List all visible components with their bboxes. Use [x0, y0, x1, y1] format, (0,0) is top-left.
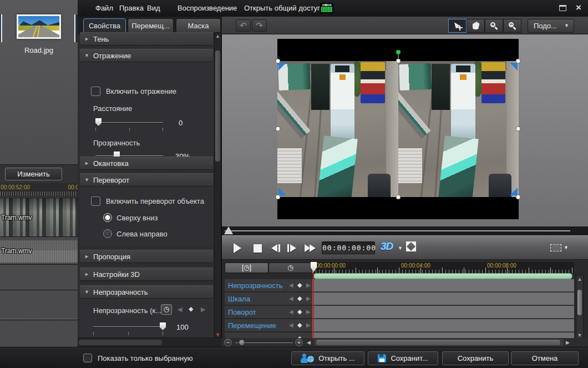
3d-mode-button[interactable]: 3D	[381, 240, 393, 253]
prev-keyframe-icon[interactable]: ◀	[289, 282, 293, 288]
flip-topdown-radio[interactable]	[103, 213, 112, 222]
play-button[interactable]	[230, 240, 245, 256]
hand-tool-button[interactable]	[467, 19, 485, 33]
enable-flip-checkbox[interactable]	[91, 196, 100, 206]
edit-button[interactable]: Изменить	[5, 168, 62, 180]
select-move-tool-button[interactable]	[448, 19, 467, 33]
rotation-handle[interactable]	[396, 50, 401, 55]
prev-keyframe-icon[interactable]: ◀	[178, 306, 182, 313]
add-keyframe-icon[interactable]: ◆	[297, 308, 302, 315]
previous-frame-button[interactable]	[268, 240, 283, 256]
distance-slider-thumb[interactable]	[95, 118, 102, 126]
resize-handle-mid-left[interactable]	[276, 127, 281, 132]
scroll-down-icon[interactable]: ▼	[215, 332, 221, 337]
scroll-down-icon[interactable]: ▼	[576, 332, 583, 338]
timeline-hscrollbar-thumb[interactable]	[316, 340, 560, 345]
timeline-zoom-thumb[interactable]	[239, 339, 245, 346]
keyframe-all-clips-button[interactable]: [◷]	[225, 263, 268, 273]
keyframe-lane[interactable]	[312, 319, 574, 332]
add-keyframe-icon[interactable]: ◆	[297, 281, 302, 289]
keyframe-ruler[interactable]: 00:00:00:00 00:00:04:00 00:00:08:00	[312, 262, 574, 273]
media-thumbnail-road[interactable]	[17, 14, 61, 39]
fullscreen-button[interactable]	[406, 241, 416, 251]
track-label-cell[interactable]: Поворот ◀ ◆ ▶	[225, 306, 312, 319]
seek-track[interactable]	[225, 230, 570, 231]
section-proportion[interactable]: ► Пропорция	[80, 250, 213, 263]
properties-scrollbar[interactable]: ▲ ▼	[214, 32, 221, 339]
next-keyframe-icon[interactable]: ▶	[306, 295, 311, 301]
distort-mark-bottom-right[interactable]	[510, 188, 518, 195]
menu-file[interactable]: Файл	[95, 4, 113, 12]
zoom-in-tool-button[interactable]: +	[503, 19, 521, 33]
empty-track-1[interactable]	[0, 264, 78, 290]
resize-handle-top-right[interactable]	[516, 59, 521, 64]
tab-motion[interactable]: Перемещ...	[128, 18, 174, 33]
flip-leftright-radio[interactable]	[103, 229, 112, 238]
media-thumbnail-partial-left[interactable]	[0, 14, 2, 42]
timeline-zoom-in-button[interactable]: +	[295, 339, 303, 346]
stop-button[interactable]	[250, 240, 265, 256]
audio-track-clip[interactable]: Tram.wmv	[0, 236, 78, 264]
tab-properties[interactable]: Свойства	[83, 18, 126, 33]
keyframe-lane[interactable]	[312, 306, 574, 319]
window-restore-button[interactable]	[559, 5, 566, 11]
next-keyframe-icon[interactable]: ▶	[306, 322, 311, 328]
add-keyframe-icon[interactable]: ◆	[297, 321, 302, 329]
track-label-cell[interactable]: Перемещение ◀ ◆ ▶	[225, 319, 312, 332]
keyframe-clock-button[interactable]: ◷	[161, 304, 172, 315]
show-only-selected-checkbox[interactable]	[83, 354, 92, 362]
cancel-button[interactable]: Отмена	[511, 351, 579, 365]
keyframe-lane[interactable]	[312, 332, 574, 338]
preview-quality-dropdown[interactable]: ▼	[550, 242, 569, 253]
redo-button[interactable]: ↷	[252, 19, 267, 32]
library-timeline-ruler[interactable]: 00:00:52:00 00:0	[0, 183, 78, 197]
enable-reflection-checkbox[interactable]	[91, 87, 100, 96]
menu-view[interactable]: Вид	[147, 4, 160, 12]
scroll-left-icon[interactable]: ◀	[307, 340, 311, 345]
prev-keyframe-icon[interactable]: ◀	[289, 309, 293, 315]
opacity-key-slider-thumb[interactable]	[160, 322, 166, 330]
timeline-hscrollbar[interactable]	[314, 339, 564, 346]
distance-slider[interactable]	[95, 118, 163, 127]
resize-handle-bottom-center[interactable]	[396, 195, 401, 200]
opacity-key-slider[interactable]	[93, 322, 163, 331]
add-keyframe-icon[interactable]: ◆	[297, 295, 302, 302]
distort-mark-bottom-left[interactable]	[278, 188, 286, 195]
scroll-up-icon[interactable]: ▲	[215, 33, 221, 39]
section-border[interactable]: ► Окантовка	[80, 157, 213, 170]
playhead-line[interactable]	[313, 271, 314, 339]
save-button[interactable]: Сохранить	[442, 351, 509, 365]
empty-track-3[interactable]	[0, 320, 78, 347]
keyframe-scrollbar-thumb[interactable]	[577, 290, 582, 315]
keyframe-lane[interactable]	[312, 279, 574, 292]
section-flip[interactable]: ▼ Переворот	[80, 173, 213, 186]
tab-mask[interactable]: Маска	[176, 18, 221, 33]
section-shadow[interactable]: ► Тень	[80, 32, 213, 46]
timeline-zoom-out-button[interactable]: −	[224, 339, 232, 346]
resize-handle-bottom-left[interactable]	[276, 195, 281, 200]
seek-thumb[interactable]	[224, 226, 233, 234]
fit-zoom-dropdown[interactable]: Подо... ▼	[528, 19, 574, 33]
track-label-cell[interactable]: Шкала ◀ ◆ ▶	[225, 293, 312, 305]
next-frame-button[interactable]	[285, 240, 299, 256]
undo-button[interactable]: ↶	[236, 19, 251, 32]
zoom-out-tool-button[interactable]: −	[485, 19, 503, 33]
add-keyframe-icon[interactable]: ◆	[189, 305, 193, 312]
track-label-cell[interactable]: ◆	[225, 332, 312, 338]
resize-handle-top-center[interactable]	[396, 59, 401, 64]
menu-edit[interactable]: Правка	[119, 4, 144, 12]
section-opacity[interactable]: ▼ Непрозрачность	[80, 285, 213, 299]
window-close-button[interactable]: ×	[573, 2, 584, 13]
keyframe-clock-button[interactable]: ◷	[268, 263, 312, 273]
open-share-button[interactable]: Открыть ...	[291, 351, 364, 365]
clip-duration-bar[interactable]	[313, 273, 572, 279]
seek-slider[interactable]	[222, 226, 588, 235]
prev-keyframe-icon[interactable]: ◀	[289, 295, 293, 301]
save-as-button[interactable]: Сохранит...	[368, 351, 438, 365]
resize-handle-mid-right[interactable]	[516, 127, 521, 132]
resize-handle-top-left[interactable]	[276, 59, 281, 64]
track-label-cell[interactable]: Непрозрачность ◀ ◆ ▶	[225, 279, 312, 292]
empty-track-2[interactable]	[0, 290, 78, 319]
menu-playback[interactable]: Воспроизведение	[178, 4, 237, 12]
next-keyframe-icon[interactable]: ▶	[201, 306, 205, 313]
